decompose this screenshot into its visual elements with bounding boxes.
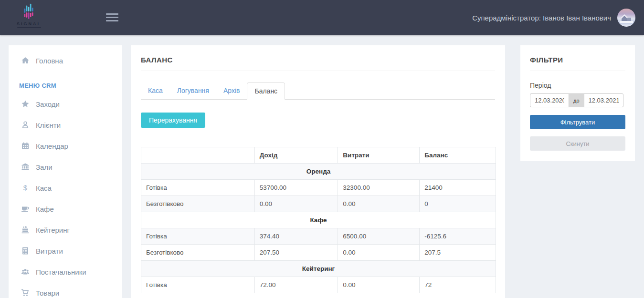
menu-toggle-button[interactable] bbox=[106, 13, 118, 21]
cell-income: 53700.00 bbox=[254, 180, 338, 196]
app-logo[interactable]: SIGNAL bbox=[11, 3, 48, 28]
sidebar-item-label: Витрати bbox=[36, 247, 63, 255]
table-header-row: Дохід Витрати Баланс bbox=[141, 147, 496, 164]
date-range-separator: до bbox=[569, 93, 584, 107]
star-icon bbox=[19, 100, 32, 108]
cell-balance: 72 bbox=[420, 277, 496, 293]
sidebar-item-label: Календар bbox=[36, 142, 68, 150]
suppliers-icon bbox=[19, 267, 32, 276]
signal-bars-icon bbox=[11, 3, 48, 22]
section-row-catering: Кейтеринг bbox=[141, 261, 496, 277]
sidebar-item-label: Каса bbox=[36, 184, 52, 192]
cell-expense: 32300.00 bbox=[338, 180, 420, 196]
logo-subtext-line bbox=[17, 27, 41, 28]
sidebar-item-events[interactable]: Заходи bbox=[9, 93, 122, 114]
cell-expense: 0.00 bbox=[338, 196, 420, 212]
sidebar-item-label: Головна bbox=[36, 57, 63, 65]
date-to-input[interactable] bbox=[584, 93, 623, 107]
tab-archive[interactable]: Архів bbox=[216, 82, 247, 100]
period-date-range: до bbox=[530, 93, 625, 107]
balance-panel: БАЛАНС Каса Логування Архів Баланс Перер… bbox=[131, 45, 505, 298]
calculator-icon bbox=[19, 247, 32, 255]
table-row: Готівка 374.40 6500.00 -6125.6 bbox=[141, 228, 496, 245]
cell-income: 207.50 bbox=[254, 245, 338, 261]
sidebar-item-clients[interactable]: Клієнти bbox=[9, 114, 122, 135]
calendar-icon bbox=[19, 142, 32, 150]
table-row: Безготівково 0.00 0.00 0 bbox=[141, 196, 496, 212]
sidebar-item-label: Клієнти bbox=[36, 121, 61, 129]
section-title: Оренда bbox=[141, 164, 496, 180]
sidebar-item-label: Постачальники bbox=[36, 268, 86, 276]
tab-logging[interactable]: Логування bbox=[170, 82, 216, 100]
sidebar-item-label: Товари bbox=[36, 289, 59, 297]
logo-wordmark: SIGNAL bbox=[11, 21, 48, 26]
sidebar-item-cashier[interactable]: $ Каса bbox=[9, 177, 122, 198]
cell-label: Готівка bbox=[141, 180, 255, 196]
sidebar-item-catering[interactable]: Кейтеринг bbox=[9, 219, 122, 240]
coffee-icon bbox=[19, 205, 32, 213]
sidebar-item-label: Заходи bbox=[36, 100, 60, 108]
tab-balance[interactable]: Баланс bbox=[247, 82, 285, 100]
filter-button[interactable]: Фільтрувати bbox=[530, 115, 625, 129]
current-user-label: Суперадміністратор: Іванов Іван Іванович bbox=[472, 14, 611, 22]
cell-balance: 21400 bbox=[420, 180, 496, 196]
table-row: Готівка 72.00 0.00 72 bbox=[141, 277, 496, 293]
section-title: Кафе bbox=[141, 212, 496, 228]
sidebar-item-label: Зали bbox=[36, 163, 53, 171]
client-icon bbox=[19, 121, 32, 129]
home-icon bbox=[19, 56, 32, 65]
cell-expense: 0.00 bbox=[338, 277, 420, 293]
sidebar-section-title: МЕНЮ CRM bbox=[9, 82, 122, 89]
sidebar-item-label: Кафе bbox=[36, 205, 54, 213]
col-header-empty bbox=[141, 147, 255, 164]
cell-label: Готівка bbox=[141, 228, 255, 245]
date-from-input[interactable] bbox=[530, 93, 569, 107]
table-row: Безготівково 207.50 0.00 207.5 bbox=[141, 245, 496, 261]
balance-table: Дохід Витрати Баланс Оренда Готівка 5370… bbox=[141, 147, 496, 293]
section-row-orenda: Оренда bbox=[141, 164, 496, 180]
page-title: БАЛАНС bbox=[141, 45, 495, 71]
cell-label: Безготівково bbox=[141, 196, 255, 212]
filters-panel: ФІЛЬТРИ Період до Фільтрувати Скинути bbox=[520, 45, 635, 161]
cell-income: 374.40 bbox=[254, 228, 338, 245]
sidebar-item-expenses[interactable]: Витрати bbox=[9, 240, 122, 261]
svg-text:$: $ bbox=[23, 184, 28, 192]
cell-label: Готівка bbox=[141, 277, 255, 293]
section-title: Кейтеринг bbox=[141, 261, 496, 277]
sidebar-item-home[interactable]: Головна bbox=[9, 50, 122, 71]
sidebar-item-suppliers[interactable]: Постачальники bbox=[9, 261, 122, 282]
cart-icon bbox=[19, 288, 32, 297]
cell-balance: 0 bbox=[420, 196, 496, 212]
bank-icon bbox=[19, 163, 32, 171]
period-label: Період bbox=[530, 82, 625, 89]
col-header-income: Дохід bbox=[254, 147, 338, 164]
recalculate-button[interactable]: Перерахування bbox=[141, 113, 205, 128]
section-row-cafe: Кафе bbox=[141, 212, 496, 228]
sidebar-item-calendar[interactable]: Календар bbox=[9, 135, 122, 156]
cell-label: Безготівково bbox=[141, 245, 255, 261]
user-avatar[interactable] bbox=[617, 9, 635, 27]
cell-expense: 6500.00 bbox=[338, 228, 420, 245]
cell-expense: 0.00 bbox=[338, 245, 420, 261]
sidebar-item-label: Кейтеринг bbox=[36, 226, 70, 234]
tab-bar: Каса Логування Архів Баланс bbox=[141, 82, 495, 100]
dollar-icon: $ bbox=[19, 184, 32, 192]
col-header-balance: Баланс bbox=[420, 147, 496, 164]
cake-icon bbox=[19, 226, 32, 234]
user-area: Суперадміністратор: Іванов Іван Іванович bbox=[472, 0, 635, 35]
sidebar-item-cafe[interactable]: Кафе bbox=[9, 198, 122, 219]
tab-kasa[interactable]: Каса bbox=[141, 82, 170, 100]
col-header-expense: Витрати bbox=[338, 147, 420, 164]
cell-balance: 207.5 bbox=[420, 245, 496, 261]
reset-button[interactable]: Скинути bbox=[530, 136, 625, 151]
sidebar-item-goods[interactable]: Товари bbox=[9, 282, 122, 298]
filters-title: ФІЛЬТРИ bbox=[530, 45, 625, 71]
sidebar-item-halls[interactable]: Зали bbox=[9, 156, 122, 177]
top-header-bar: SIGNAL Суперадміністратор: Іванов Іван І… bbox=[0, 0, 644, 35]
cell-income: 72.00 bbox=[254, 277, 338, 293]
cell-balance: -6125.6 bbox=[420, 228, 496, 245]
table-row: Готівка 53700.00 32300.00 21400 bbox=[141, 180, 496, 196]
cell-income: 0.00 bbox=[254, 196, 338, 212]
sidebar-nav: Головна МЕНЮ CRM Заходи Клієнти Календар bbox=[9, 45, 122, 298]
